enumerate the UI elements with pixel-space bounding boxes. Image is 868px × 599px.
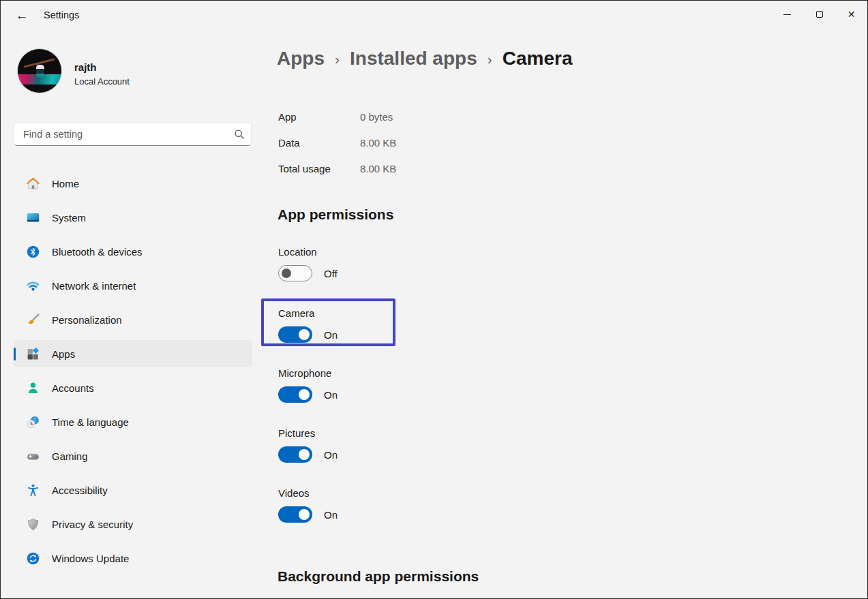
back-arrow-icon: ← bbox=[16, 8, 29, 23]
location-toggle[interactable] bbox=[278, 265, 312, 281]
usage-value: 8.00 KB bbox=[360, 163, 396, 174]
sidebar-item-bluetooth-devices[interactable]: Bluetooth & devices bbox=[14, 238, 252, 265]
usage-label: Total usage bbox=[278, 163, 360, 174]
minimize-button[interactable] bbox=[771, 1, 803, 28]
breadcrumb-camera: Camera bbox=[503, 48, 573, 70]
permission-videos: Videos On bbox=[278, 487, 338, 523]
avatar bbox=[17, 48, 62, 93]
home-icon bbox=[25, 176, 40, 191]
toggle-knob bbox=[299, 389, 310, 400]
toggle-knob bbox=[282, 268, 291, 278]
usage-value: 0 bytes bbox=[360, 111, 393, 123]
sidebar-item-home[interactable]: Home bbox=[14, 170, 252, 197]
chevron-right-icon: › bbox=[488, 51, 492, 67]
profile-name: rajth bbox=[74, 61, 97, 73]
usage-row-data: Data 8.00 KB bbox=[278, 129, 396, 155]
sidebar-item-apps[interactable]: Apps bbox=[14, 340, 252, 367]
videos-toggle[interactable] bbox=[278, 506, 312, 523]
accessibility-icon bbox=[25, 482, 40, 497]
sidebar-item-label: Bluetooth & devices bbox=[52, 246, 143, 258]
close-button[interactable]: ✕ bbox=[835, 1, 867, 28]
sidebar-item-label: Privacy & security bbox=[52, 519, 133, 530]
sidebar-item-time-language[interactable]: Time & language bbox=[14, 408, 252, 435]
search-box[interactable] bbox=[14, 122, 252, 146]
sidebar-item-label: Home bbox=[52, 178, 79, 189]
permission-label: Location bbox=[278, 246, 338, 258]
toggle-knob bbox=[299, 509, 310, 520]
sidebar-item-network-internet[interactable]: Network & internet bbox=[14, 272, 252, 299]
usage-value: 8.00 KB bbox=[360, 137, 396, 149]
permission-state: Off bbox=[324, 268, 338, 279]
permission-label: Pictures bbox=[278, 427, 338, 439]
windows-update-icon bbox=[25, 551, 40, 566]
toggle-knob bbox=[299, 329, 310, 340]
sidebar-item-accessibility[interactable]: Accessibility bbox=[14, 476, 252, 504]
app-title: Settings bbox=[44, 10, 79, 20]
permission-state: On bbox=[324, 509, 338, 521]
sidebar-item-personalization[interactable]: Personalization bbox=[14, 306, 252, 333]
maximize-icon bbox=[816, 11, 823, 18]
close-icon: ✕ bbox=[848, 10, 856, 19]
sidebar-item-label: Gaming bbox=[52, 450, 88, 462]
permission-state: On bbox=[324, 389, 338, 401]
sidebar-item-label: Accessibility bbox=[52, 485, 108, 496]
search-icon[interactable] bbox=[228, 129, 251, 140]
permission-label: Microphone bbox=[278, 367, 338, 379]
settings-window: ← Settings ✕ rajth Local Account bbox=[0, 0, 868, 599]
usage-label: App bbox=[278, 111, 360, 123]
personalization-icon bbox=[25, 312, 40, 327]
network-icon bbox=[25, 278, 40, 293]
sidebar-item-privacy-security[interactable]: Privacy & security bbox=[14, 510, 252, 538]
sidebar-item-label: Accounts bbox=[52, 382, 94, 394]
camera-toggle[interactable] bbox=[278, 326, 312, 343]
permission-state: On bbox=[324, 449, 338, 461]
sidebar-item-gaming[interactable]: Gaming bbox=[14, 442, 252, 470]
toggle-knob bbox=[299, 449, 310, 460]
selected-indicator bbox=[14, 348, 16, 360]
sidebar-item-label: System bbox=[52, 212, 86, 224]
pictures-toggle[interactable] bbox=[278, 446, 312, 463]
sidebar-item-accounts[interactable]: Accounts bbox=[14, 374, 252, 401]
window-controls: ✕ bbox=[771, 1, 867, 28]
sidebar-item-label: Time & language bbox=[52, 416, 129, 428]
minimize-icon bbox=[783, 14, 791, 15]
usage-label: Data bbox=[278, 137, 360, 149]
system-icon bbox=[25, 210, 40, 225]
permission-microphone: Microphone On bbox=[278, 367, 338, 403]
sidebar-item-label: Personalization bbox=[52, 314, 122, 326]
permission-state: On bbox=[324, 329, 338, 341]
microphone-toggle[interactable] bbox=[278, 386, 312, 403]
breadcrumb-apps[interactable]: Apps bbox=[277, 48, 325, 70]
profile-account-type: Local Account bbox=[74, 76, 130, 87]
profile-header[interactable]: rajth Local Account bbox=[17, 48, 249, 96]
chevron-right-icon: › bbox=[335, 51, 340, 67]
maximize-button[interactable] bbox=[803, 1, 835, 28]
sidebar-item-windows-update[interactable]: Windows Update bbox=[14, 544, 252, 572]
accounts-icon bbox=[25, 380, 40, 395]
sidebar-nav: Home System Bluetooth & devices Network … bbox=[1, 170, 267, 579]
search-input[interactable] bbox=[14, 129, 228, 140]
time-language-icon bbox=[25, 414, 40, 429]
permission-label: Videos bbox=[278, 487, 338, 499]
bluetooth-icon bbox=[25, 244, 40, 259]
permission-location: Location Off bbox=[278, 246, 338, 281]
background-permissions-heading: Background app permissions bbox=[278, 568, 479, 585]
breadcrumb: Apps › Installed apps › Camera bbox=[277, 48, 572, 70]
gaming-icon bbox=[25, 448, 40, 463]
privacy-security-icon bbox=[25, 517, 40, 532]
usage-row-total: Total usage 8.00 KB bbox=[278, 155, 396, 181]
sidebar: rajth Local Account Home System bbox=[1, 29, 267, 599]
app-permissions-heading: App permissions bbox=[278, 206, 393, 223]
sidebar-item-label: Windows Update bbox=[52, 553, 129, 564]
breadcrumb-installed-apps[interactable]: Installed apps bbox=[350, 48, 477, 70]
permission-label: Camera bbox=[278, 307, 338, 319]
permission-camera: Camera On bbox=[278, 307, 338, 343]
sidebar-item-label: Apps bbox=[52, 348, 75, 360]
sidebar-item-system[interactable]: System bbox=[14, 204, 252, 231]
storage-usage: App 0 bytes Data 8.00 KB Total usage 8.0… bbox=[278, 104, 396, 181]
back-button[interactable]: ← bbox=[10, 7, 33, 25]
apps-icon bbox=[25, 346, 40, 361]
sidebar-item-label: Network & internet bbox=[52, 280, 136, 292]
permission-pictures: Pictures On bbox=[278, 427, 338, 463]
titlebar: ← Settings ✕ bbox=[1, 1, 867, 29]
